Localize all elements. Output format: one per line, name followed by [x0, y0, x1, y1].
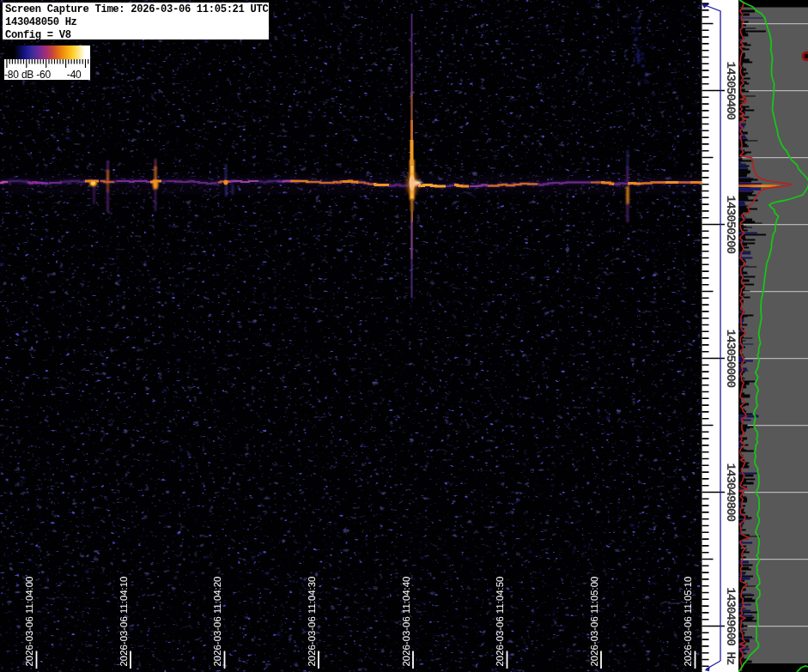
svg-text:143049600 Hz: 143049600 Hz: [723, 587, 737, 665]
svg-text:143050000: 143050000: [723, 329, 737, 387]
svg-text:2026-03-06 11:05:10: 2026-03-06 11:05:10: [683, 577, 694, 667]
svg-text:2026-03-06 11:04:30: 2026-03-06 11:04:30: [307, 577, 318, 667]
svg-text:2026-03-06 11:04:40: 2026-03-06 11:04:40: [402, 577, 412, 667]
svg-text:2026-03-06 11:04:50: 2026-03-06 11:04:50: [495, 577, 506, 667]
svg-text:2026-03-06 11:04:10: 2026-03-06 11:04:10: [119, 577, 130, 667]
svg-text:2026-03-06 11:04:00: 2026-03-06 11:04:00: [25, 577, 35, 667]
svg-text:2026-03-06 11:04:20: 2026-03-06 11:04:20: [213, 577, 223, 667]
svg-text:143049800: 143049800: [723, 463, 737, 522]
svg-text:2026-03-06 11:05:00: 2026-03-06 11:05:00: [590, 577, 600, 667]
svg-text:143050400: 143050400: [723, 62, 737, 120]
svg-text:143050200: 143050200: [723, 195, 737, 253]
